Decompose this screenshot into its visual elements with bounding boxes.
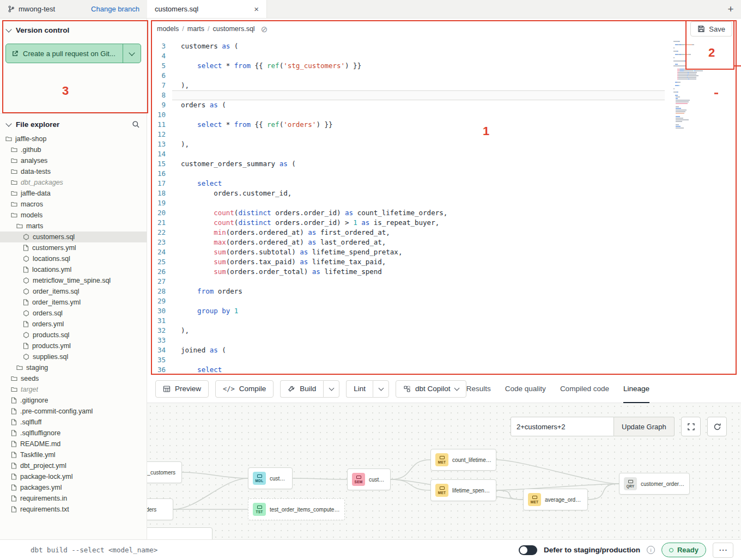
code-line-5[interactable]: 5 select * from {{ ref('stg_customers') … (147, 61, 741, 71)
tab-code-quality[interactable]: Code quality (505, 375, 546, 403)
tree-item-supplies.sql[interactable]: supplies.sql (0, 351, 147, 362)
code-line-21[interactable]: 21 count(distinct orders.order_id) > 1 a… (147, 218, 741, 228)
fullscreen-button[interactable] (681, 417, 701, 436)
lint-button[interactable]: Lint (346, 380, 373, 398)
lineage-node-customers_model[interactable]: MDLcustomers (248, 467, 293, 489)
change-branch-link[interactable]: Change branch (91, 5, 139, 13)
code-line-27[interactable]: 27 (147, 277, 741, 287)
code-editor[interactable]: 3customers as (45 select * from {{ ref('… (147, 39, 741, 375)
build-dropdown[interactable] (323, 380, 339, 398)
code-line-9[interactable]: 9orders as ( (147, 100, 741, 110)
tree-item-requirements.in[interactable]: requirements.in (0, 493, 147, 504)
code-line-4[interactable]: 4 (147, 51, 741, 61)
tree-item-jaffle-data[interactable]: jaffle-data (0, 188, 147, 199)
code-line-15[interactable]: 15customer_orders_summary as ( (147, 159, 741, 169)
code-line-11[interactable]: 11 select * from {{ ref('orders') }} (147, 120, 741, 130)
tab-customers-sql[interactable]: customers.sql × (147, 0, 267, 18)
lineage-node-average_order_value[interactable]: METaverage_order_value (523, 489, 588, 510)
tree-item-dbt_packages[interactable]: dbt_packages (0, 177, 147, 188)
tab-close-icon[interactable]: × (254, 4, 259, 14)
tree-item-analyses[interactable]: analyses (0, 155, 147, 166)
update-graph-button[interactable]: Update Graph (614, 417, 675, 436)
code-line-36[interactable]: 36 select (147, 365, 741, 375)
tree-item-jaffle-shop[interactable]: jaffle-shop (0, 133, 147, 144)
lineage-node-customer_order_metrics[interactable]: QRYcustomer_order_metrics (619, 473, 690, 495)
code-line-16[interactable]: 16 (147, 169, 741, 179)
lineage-search-input[interactable] (511, 417, 614, 436)
code-line-20[interactable]: 20 count(distinct orders.order_id) as co… (147, 208, 741, 218)
code-line-33[interactable]: 33 (147, 336, 741, 345)
tree-item-order_items.sql[interactable]: order_items.sql (0, 286, 147, 297)
tree-item-.sqlfluff[interactable]: .sqlfluff (0, 417, 147, 428)
file-explorer-header[interactable]: File explorer (0, 114, 147, 133)
code-line-34[interactable]: 34joined as ( (147, 345, 741, 355)
ready-status-badge[interactable]: Ready (661, 543, 706, 557)
tree-item-package-lock.yml[interactable]: package-lock.yml (0, 471, 147, 482)
tree-item-Taskfile.yml[interactable]: Taskfile.yml (0, 449, 147, 460)
tree-item-order_items.yml[interactable]: order_items.yml (0, 297, 147, 308)
tree-item-customers.sql[interactable]: customers.sql (0, 232, 147, 242)
tree-item-orders.sql[interactable]: orders.sql (0, 308, 147, 319)
code-line-30[interactable]: 30 group by 1 (147, 306, 741, 316)
tab-results[interactable]: Results (466, 375, 491, 403)
code-line-24[interactable]: 24 sum(orders.subtotal) as lifetime_spen… (147, 247, 741, 257)
tree-item-.gitignore[interactable]: .gitignore (0, 395, 147, 406)
code-line-26[interactable]: 26 sum(orders.order_total) as lifetime_s… (147, 267, 741, 277)
tree-item-staging[interactable]: staging (0, 362, 147, 373)
preview-button[interactable]: Preview (155, 380, 209, 398)
create-pr-button[interactable]: Create a pull request on Git... (6, 44, 123, 63)
tab-compiled-code[interactable]: Compiled code (560, 375, 609, 403)
build-button[interactable]: Build (280, 380, 323, 398)
breadcrumb-item[interactable]: models (157, 25, 179, 33)
dbt-copilot-button[interactable]: dbt Copilot (396, 380, 466, 398)
compile-button[interactable]: </> Compile (215, 380, 274, 398)
code-line-22[interactable]: 22 min(orders.ordered_at) as first_order… (147, 228, 741, 238)
tree-item-macros[interactable]: macros (0, 199, 147, 210)
lineage-node-stg_customers[interactable]: stg_customers (147, 461, 182, 483)
code-line-8[interactable]: 8 (147, 90, 741, 100)
new-tab-button[interactable]: + (720, 0, 741, 18)
code-line-12[interactable]: 12 (147, 130, 741, 139)
more-options-button[interactable]: ⋯ (713, 543, 733, 558)
version-control-header[interactable]: Version control (0, 19, 147, 39)
code-line-32[interactable]: 32), (147, 326, 741, 336)
code-line-35[interactable]: 35 (147, 355, 741, 365)
code-line-29[interactable]: 29 (147, 296, 741, 306)
tree-item-dbt_project.yml[interactable]: dbt_project.yml (0, 460, 147, 471)
code-line-7[interactable]: 7), (147, 81, 741, 90)
tree-item-customers.yml[interactable]: customers.yml (0, 242, 147, 253)
code-line-10[interactable]: 10 (147, 110, 741, 120)
defer-toggle[interactable] (519, 545, 537, 555)
tree-item-.pre-commit-config.yaml[interactable]: .pre-commit-config.yaml (0, 406, 147, 417)
lineage-node-lifetime_spend_pretax[interactable]: METlifetime_spend_pretax (430, 479, 496, 501)
code-line-3[interactable]: 3customers as ( (147, 41, 741, 51)
lineage-node-test_order_items[interactable]: TSTtest_order_items_compute_to_bools... (248, 498, 345, 520)
lineage-node-orders[interactable]: orders (147, 498, 173, 520)
breadcrumb-item[interactable]: marts (187, 25, 204, 33)
tree-item-products.sql[interactable]: products.sql (0, 330, 147, 340)
tree-item-target[interactable]: target (0, 384, 147, 395)
code-line-18[interactable]: 18 orders.customer_id, (147, 188, 741, 198)
minimap[interactable] (672, 41, 720, 129)
tree-item-README.md[interactable]: README.md (0, 439, 147, 449)
lineage-node-customers_semantic[interactable]: SEMcustomers (347, 468, 391, 490)
tree-item-.github[interactable]: .github (0, 144, 147, 155)
breadcrumb-item[interactable]: customers.sql (213, 25, 255, 33)
code-line-23[interactable]: 23 max(orders.ordered_at) as last_ordere… (147, 238, 741, 247)
code-line-17[interactable]: 17 select (147, 179, 741, 188)
tree-item-metricflow_time_spine.sql[interactable]: metricflow_time_spine.sql (0, 275, 147, 286)
code-line-31[interactable]: 31 (147, 316, 741, 326)
create-pr-dropdown[interactable] (123, 44, 141, 63)
code-line-19[interactable]: 19 (147, 198, 741, 208)
tree-item-models[interactable]: models (0, 210, 147, 221)
code-line-14[interactable]: 14 (147, 149, 741, 159)
code-line-28[interactable]: 28 from orders (147, 287, 741, 296)
save-button[interactable]: Save (690, 21, 732, 36)
tree-item-packages.yml[interactable]: packages.yml (0, 482, 147, 493)
tree-item-requirements.txt[interactable]: requirements.txt (0, 504, 147, 515)
tree-item-locations.sql[interactable]: locations.sql (0, 253, 147, 264)
tab-lineage[interactable]: Lineage (623, 375, 649, 403)
code-line-6[interactable]: 6 (147, 71, 741, 81)
tree-item-data-tests[interactable]: data-tests (0, 166, 147, 177)
tree-item-.sqlfluffignore[interactable]: .sqlfluffignore (0, 428, 147, 439)
